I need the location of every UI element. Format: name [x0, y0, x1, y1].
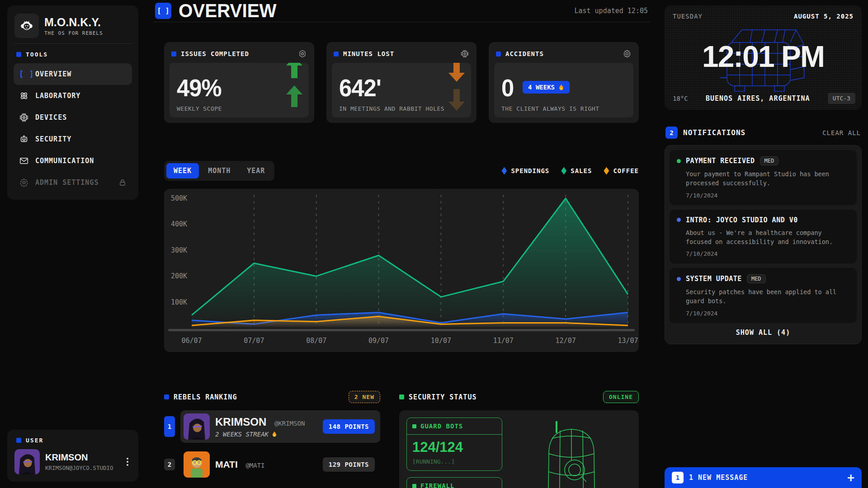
stat-card-accidents: ACCIDENTS 0 4 WEEKS [489, 42, 639, 123]
chart-legend: SPENDINGS SALES COFFEE [501, 167, 639, 175]
lock-icon [118, 178, 127, 187]
sidebar-user-card: USER KRIMSON KRIMSON@JOYCO.STUDIO [7, 430, 138, 482]
sidebar-item-security[interactable]: SECURITY [14, 128, 132, 150]
avatar [184, 451, 210, 478]
firewall-card: FIREWALL [406, 477, 502, 488]
rebel-name: KRIMSON [215, 416, 266, 428]
kebab-icon[interactable] [124, 455, 131, 469]
user-email: KRIMSON@JOYCO.STUDIO [45, 465, 113, 471]
sidebar-item-overview[interactable]: [ ] OVERVIEW [14, 63, 132, 85]
status-dot [677, 159, 681, 163]
last-updated: Last updated 12:05 [574, 7, 648, 15]
legend-sales: SALES [561, 167, 592, 175]
trend-up-icon [286, 63, 302, 107]
brackets-icon: [ ] [155, 3, 171, 19]
svg-text:300K: 300K [171, 246, 187, 254]
stats-row: ISSUES COMPLETED 49% WEEKLY SCOPE [164, 42, 639, 123]
tools-section-label: TOOLS [16, 51, 129, 58]
svg-text:12/07: 12/07 [556, 337, 576, 345]
user-section-label: USER [16, 437, 129, 444]
avatar [14, 449, 40, 474]
new-badge: 2 NEW [349, 391, 380, 403]
svg-text:500K: 500K [171, 194, 187, 202]
points-badge: 129 POINTS [323, 457, 375, 472]
status-dot [677, 218, 681, 222]
sidebar: M.O.N.K.Y. THE OS FOR REBELS TOOLS [ ] O… [7, 5, 138, 482]
svg-text:13/07: 13/07 [618, 337, 638, 345]
tab-month[interactable]: MONTH [201, 163, 238, 178]
robot-icon [19, 134, 29, 144]
sidebar-item-admin-settings[interactable]: ADMIN SETTINGS [14, 172, 132, 193]
notification-item[interactable]: PAYMENT RECEIVED MED Your payment to Ram… [670, 150, 857, 205]
tab-year[interactable]: YEAR [240, 163, 272, 178]
notification-item[interactable]: SYSTEM UPDATE MED Security patches have … [670, 268, 857, 323]
svg-text:09/07: 09/07 [368, 337, 389, 345]
svg-text:08/07: 08/07 [306, 337, 326, 345]
message-count-badge: 1 [672, 472, 684, 483]
stat-label: MINUTES LOST [343, 50, 394, 57]
stat-value: 642' [339, 75, 456, 100]
guard-bots-state: [RUNNING...] [412, 458, 496, 465]
rebel-streak: 2 WEEKS STREAK [215, 431, 305, 438]
stat-card-minutes: MINUTES LOST 642' IN MEETINGS AND RABBIT… [326, 42, 476, 123]
sidebar-nav-card: M.O.N.K.Y. THE OS FOR REBELS TOOLS [ ] O… [7, 5, 138, 200]
hex-nut-icon[interactable] [298, 49, 307, 58]
show-all-button[interactable]: SHOW ALL (4) [670, 323, 857, 339]
ranking-row-2[interactable]: 2 [164, 448, 380, 481]
app-title: M.O.N.K.Y. [44, 16, 103, 29]
stat-square-icon [334, 52, 339, 56]
user-row[interactable]: KRIMSON KRIMSON@JOYCO.STUDIO [14, 449, 131, 474]
panel-title: REBELS RANKING [174, 393, 237, 401]
stat-value: 0 [501, 75, 514, 100]
sidebar-item-devices[interactable]: DEVICES [14, 107, 132, 128]
diamond-marker [604, 167, 609, 175]
level-badge: MED [760, 156, 779, 165]
notification-count-badge: 2 [665, 127, 678, 139]
svg-text:400K: 400K [171, 220, 187, 228]
plus-icon[interactable]: + [847, 472, 854, 483]
envelope-icon [19, 156, 29, 166]
utc-badge: UTC-3 [828, 93, 855, 104]
stat-label: ISSUES COMPLETED [181, 50, 249, 57]
rebel-name: MATI [215, 459, 238, 469]
rank-chip: 2 [164, 459, 175, 470]
chip-icon[interactable] [460, 49, 469, 58]
area-chart: 100K200K300K400K500K06/0707/0708/0709/07… [164, 189, 639, 352]
page-title: OVERVIEW [179, 0, 277, 22]
gear-icon[interactable] [623, 49, 632, 58]
stat-caption: WEEKLY SCOPE [177, 105, 222, 112]
stat-caption: IN MEETINGS AND RABBIT HOLES [339, 105, 444, 112]
guard-bots-card: GUARD BOTS 124/124 [RUNNING...] [406, 418, 502, 471]
avatar [184, 413, 210, 440]
notifications-panel: 2 NOTIFICATIONS CLEAR ALL PAYMENT RECEIV… [665, 127, 862, 344]
status-dot [677, 277, 681, 281]
notifications-title: NOTIFICATIONS [683, 128, 745, 137]
dashboard-page: M.O.N.K.Y. THE OS FOR REBELS TOOLS [ ] O… [0, 0, 868, 488]
level-badge: MED [747, 274, 766, 283]
notification-item[interactable]: INTRO: JOYCO STUDIO AND V0 About us - We… [670, 210, 857, 264]
stat-square-icon [171, 52, 176, 56]
new-message-bar[interactable]: 1 1 NEW MESSAGE + [665, 467, 862, 488]
security-status-panel: SECURITY STATUS ONLINE GUARD BOTS [399, 391, 639, 488]
user-name: KRIMSON [45, 452, 113, 463]
clear-all-button[interactable]: CLEAR ALL [822, 129, 861, 136]
chart-controls: WEEK MONTH YEAR SPENDINGS SALES [164, 161, 639, 181]
panel-square-icon [399, 394, 404, 399]
diamond-marker [501, 167, 507, 175]
stat-card-issues: ISSUES COMPLETED 49% WEEKLY SCOPE [164, 42, 314, 123]
tab-week[interactable]: WEEK [166, 163, 199, 178]
stat-square-icon [496, 52, 501, 56]
main-column: [ ] OVERVIEW Last updated 12:05 ISSUES C… [153, 0, 650, 488]
gear-icon [19, 178, 29, 188]
panel-title: SECURITY STATUS [409, 393, 476, 401]
svg-text:07/07: 07/07 [244, 337, 264, 345]
rank-chip: 1 [164, 416, 175, 437]
clock-date: AUGUST 5, 2025 [794, 13, 854, 20]
ranking-row-1[interactable]: 1 [164, 410, 380, 443]
sidebar-item-communication[interactable]: COMMUNICATION [14, 150, 132, 172]
sidebar-item-laboratory[interactable]: LABORATORY [14, 85, 132, 107]
brackets-icon: [ ] [19, 70, 29, 79]
points-badge: 148 POINTS [323, 419, 375, 434]
app-tagline: THE OS FOR REBELS [44, 30, 103, 36]
streak-badge: 4 WEEKS [523, 81, 570, 94]
